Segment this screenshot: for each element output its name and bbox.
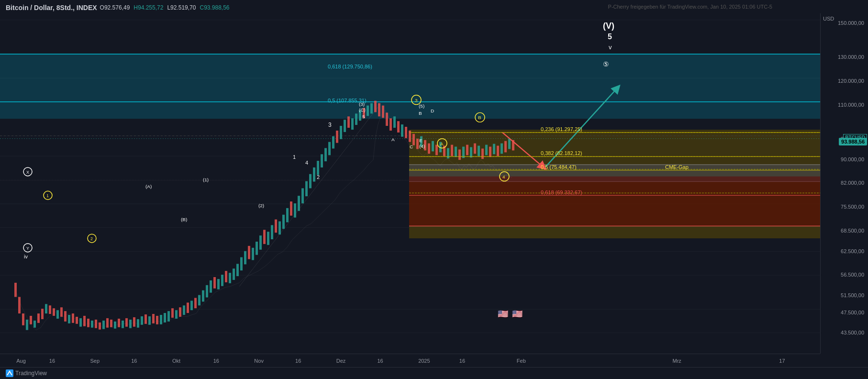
svg-rect-151 — [481, 148, 484, 159]
svg-rect-86 — [233, 268, 235, 280]
svg-rect-100 — [286, 208, 289, 223]
svg-rect-33 — [30, 316, 32, 324]
svg-rect-143 — [451, 145, 453, 156]
svg-text:X: X — [26, 170, 29, 175]
svg-text:0,618 (69.332,67): 0,618 (69.332,67) — [541, 190, 582, 195]
svg-rect-70 — [171, 308, 174, 318]
svg-rect-78 — [202, 290, 204, 302]
svg-text:2: 2 — [90, 236, 93, 241]
svg-rect-40 — [56, 310, 59, 319]
svg-rect-137 — [428, 144, 430, 154]
svg-rect-63 — [145, 314, 147, 324]
time-axis: Aug 16 Sep 16 Okt 16 Nov 16 Dez 16 2025 … — [0, 354, 820, 367]
svg-rect-57 — [122, 321, 124, 328]
svg-rect-98 — [278, 222, 281, 235]
svg-rect-85 — [229, 273, 231, 283]
svg-rect-101 — [290, 201, 292, 216]
svg-text:(5): (5) — [419, 104, 424, 109]
svg-rect-96 — [271, 225, 273, 239]
price-90k: 90.000,00 — [841, 156, 864, 162]
svg-rect-109 — [321, 154, 323, 167]
svg-rect-84 — [225, 271, 227, 282]
tv-logo-icon — [6, 369, 13, 377]
svg-rect-82 — [217, 279, 220, 290]
svg-rect-79 — [206, 285, 208, 298]
svg-rect-105 — [305, 181, 308, 197]
svg-text:5: 5 — [362, 114, 365, 119]
chart-title: Bitcoin / Dollar, 8Std., INDEX — [6, 4, 97, 11]
footer: TradingView — [0, 367, 868, 379]
time-16c: 16 — [213, 358, 219, 364]
svg-rect-60 — [133, 317, 135, 327]
svg-rect-99 — [282, 215, 285, 229]
svg-text:(2): (2) — [258, 203, 264, 208]
svg-text:iv: iv — [24, 254, 28, 259]
svg-rect-128 — [393, 116, 396, 128]
svg-rect-106 — [309, 174, 312, 189]
chart-plot[interactable]: (V) 5 v ⑤ 3 (5) B D (3) (C) 5 3 A C — [0, 13, 820, 354]
svg-rect-154 — [493, 144, 495, 155]
svg-text:2: 2 — [317, 174, 320, 180]
svg-rect-125 — [382, 106, 384, 118]
chart-svg: (V) 5 v ⑤ 3 (5) B D (3) (C) 5 3 A C — [0, 13, 820, 354]
svg-rect-41 — [60, 307, 63, 317]
price-75k: 75.500,00 — [841, 204, 864, 210]
svg-rect-31 — [22, 313, 24, 325]
chart-container: Bitcoin / Dollar, 8Std., INDEX O92.576,4… — [0, 0, 868, 379]
svg-text:1: 1 — [293, 154, 296, 160]
svg-rect-51 — [99, 323, 101, 330]
svg-text:4: 4 — [305, 160, 308, 166]
svg-rect-129 — [397, 121, 400, 133]
svg-text:4: 4 — [502, 174, 505, 179]
svg-rect-148 — [470, 147, 472, 157]
svg-text:C: C — [410, 144, 413, 149]
svg-rect-49 — [91, 321, 93, 328]
svg-rect-122 — [370, 103, 373, 114]
svg-rect-29 — [14, 283, 17, 297]
svg-rect-14 — [0, 54, 820, 119]
svg-rect-30 — [18, 297, 21, 314]
time-dez: Dez — [336, 358, 346, 364]
svg-text:(1): (1) — [203, 177, 209, 182]
svg-rect-36 — [41, 309, 44, 319]
time-16a: 16 — [49, 358, 55, 364]
svg-rect-48 — [87, 319, 89, 327]
price-43k: 43.500,00 — [841, 330, 864, 335]
close-value: C93.988,56 — [200, 4, 229, 11]
svg-text:🇺🇸: 🇺🇸 — [498, 309, 509, 319]
svg-rect-133 — [412, 134, 415, 145]
tradingview-logo: TradingView — [6, 369, 47, 377]
svg-rect-110 — [324, 148, 327, 161]
svg-rect-134 — [416, 139, 419, 149]
svg-rect-58 — [125, 318, 128, 327]
svg-text:(V): (V) — [603, 21, 614, 31]
price-110k: 110.000,00 — [838, 102, 864, 108]
svg-rect-53 — [106, 318, 109, 328]
svg-text:CME-Gap: CME-Gap — [665, 164, 689, 170]
svg-rect-149 — [474, 144, 476, 154]
svg-rect-124 — [378, 103, 380, 117]
svg-rect-69 — [167, 311, 170, 322]
svg-text:3: 3 — [328, 122, 332, 128]
svg-text:0,236 (91.297,25): 0,236 (91.297,25) — [541, 126, 582, 132]
svg-text:E: E — [419, 138, 423, 143]
price-51k: 51.500,00 — [841, 292, 864, 298]
svg-rect-46 — [79, 318, 82, 327]
svg-rect-56 — [118, 319, 120, 327]
svg-text:5: 5 — [608, 33, 612, 41]
svg-rect-55 — [114, 322, 116, 329]
svg-rect-150 — [478, 146, 480, 156]
svg-rect-103 — [298, 196, 300, 211]
svg-rect-142 — [447, 148, 449, 158]
svg-text:(C): (C) — [359, 107, 366, 112]
tv-label: TradingView — [15, 370, 47, 377]
svg-rect-89 — [244, 251, 246, 265]
currency-label: USD — [823, 16, 834, 22]
svg-rect-97 — [275, 220, 277, 233]
svg-rect-75 — [190, 301, 193, 310]
svg-rect-80 — [210, 280, 212, 293]
svg-text:1: 1 — [46, 193, 49, 198]
svg-text:0,618 (129.750,86): 0,618 (129.750,86) — [328, 64, 372, 69]
svg-rect-102 — [294, 203, 296, 218]
svg-text:Y: Y — [26, 246, 29, 251]
